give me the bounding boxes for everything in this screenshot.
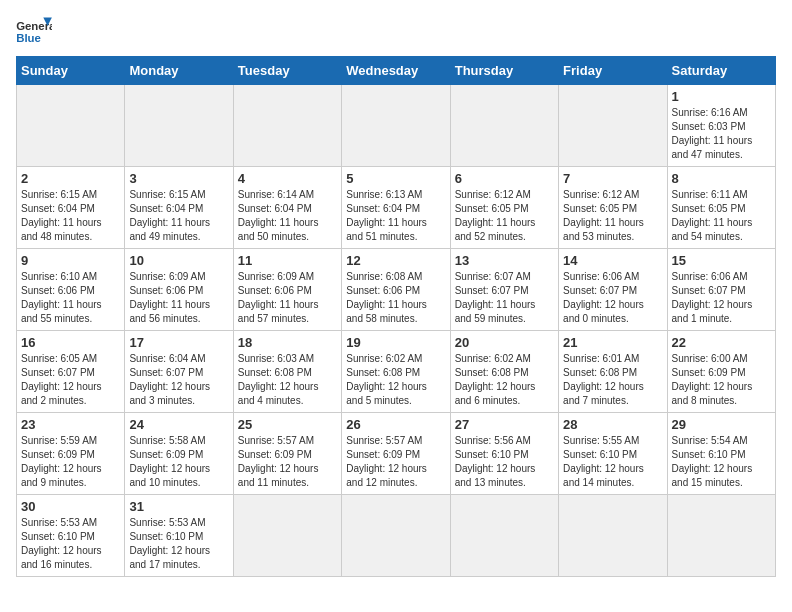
week-row-4: 16Sunrise: 6:05 AM Sunset: 6:07 PM Dayli… bbox=[17, 331, 776, 413]
svg-text:Blue: Blue bbox=[16, 32, 41, 44]
calendar-cell bbox=[559, 85, 667, 167]
day-number: 20 bbox=[455, 335, 554, 350]
day-info: Sunrise: 6:14 AM Sunset: 6:04 PM Dayligh… bbox=[238, 188, 337, 244]
week-row-3: 9Sunrise: 6:10 AM Sunset: 6:06 PM Daylig… bbox=[17, 249, 776, 331]
day-info: Sunrise: 6:12 AM Sunset: 6:05 PM Dayligh… bbox=[563, 188, 662, 244]
calendar-cell: 8Sunrise: 6:11 AM Sunset: 6:05 PM Daylig… bbox=[667, 167, 775, 249]
calendar-cell: 3Sunrise: 6:15 AM Sunset: 6:04 PM Daylig… bbox=[125, 167, 233, 249]
day-info: Sunrise: 6:15 AM Sunset: 6:04 PM Dayligh… bbox=[21, 188, 120, 244]
calendar-cell bbox=[17, 85, 125, 167]
day-info: Sunrise: 6:09 AM Sunset: 6:06 PM Dayligh… bbox=[238, 270, 337, 326]
day-number: 25 bbox=[238, 417, 337, 432]
day-number: 7 bbox=[563, 171, 662, 186]
day-number: 26 bbox=[346, 417, 445, 432]
day-info: Sunrise: 6:16 AM Sunset: 6:03 PM Dayligh… bbox=[672, 106, 771, 162]
days-of-week-row: SundayMondayTuesdayWednesdayThursdayFrid… bbox=[17, 57, 776, 85]
day-info: Sunrise: 6:06 AM Sunset: 6:07 PM Dayligh… bbox=[563, 270, 662, 326]
calendar-cell: 4Sunrise: 6:14 AM Sunset: 6:04 PM Daylig… bbox=[233, 167, 341, 249]
day-number: 3 bbox=[129, 171, 228, 186]
calendar-cell bbox=[233, 85, 341, 167]
calendar-cell: 28Sunrise: 5:55 AM Sunset: 6:10 PM Dayli… bbox=[559, 413, 667, 495]
day-number: 31 bbox=[129, 499, 228, 514]
week-row-2: 2Sunrise: 6:15 AM Sunset: 6:04 PM Daylig… bbox=[17, 167, 776, 249]
day-number: 8 bbox=[672, 171, 771, 186]
day-number: 2 bbox=[21, 171, 120, 186]
day-number: 23 bbox=[21, 417, 120, 432]
dow-header-friday: Friday bbox=[559, 57, 667, 85]
calendar-cell: 11Sunrise: 6:09 AM Sunset: 6:06 PM Dayli… bbox=[233, 249, 341, 331]
day-number: 21 bbox=[563, 335, 662, 350]
day-info: Sunrise: 5:55 AM Sunset: 6:10 PM Dayligh… bbox=[563, 434, 662, 490]
calendar-cell: 15Sunrise: 6:06 AM Sunset: 6:07 PM Dayli… bbox=[667, 249, 775, 331]
calendar-cell: 13Sunrise: 6:07 AM Sunset: 6:07 PM Dayli… bbox=[450, 249, 558, 331]
day-number: 29 bbox=[672, 417, 771, 432]
dow-header-monday: Monday bbox=[125, 57, 233, 85]
day-number: 18 bbox=[238, 335, 337, 350]
day-number: 17 bbox=[129, 335, 228, 350]
calendar-cell: 25Sunrise: 5:57 AM Sunset: 6:09 PM Dayli… bbox=[233, 413, 341, 495]
day-info: Sunrise: 5:57 AM Sunset: 6:09 PM Dayligh… bbox=[238, 434, 337, 490]
calendar-cell: 31Sunrise: 5:53 AM Sunset: 6:10 PM Dayli… bbox=[125, 495, 233, 577]
day-number: 5 bbox=[346, 171, 445, 186]
calendar-cell: 26Sunrise: 5:57 AM Sunset: 6:09 PM Dayli… bbox=[342, 413, 450, 495]
day-info: Sunrise: 5:56 AM Sunset: 6:10 PM Dayligh… bbox=[455, 434, 554, 490]
calendar-cell: 20Sunrise: 6:02 AM Sunset: 6:08 PM Dayli… bbox=[450, 331, 558, 413]
day-info: Sunrise: 6:06 AM Sunset: 6:07 PM Dayligh… bbox=[672, 270, 771, 326]
day-number: 10 bbox=[129, 253, 228, 268]
day-number: 27 bbox=[455, 417, 554, 432]
day-number: 14 bbox=[563, 253, 662, 268]
day-info: Sunrise: 6:05 AM Sunset: 6:07 PM Dayligh… bbox=[21, 352, 120, 408]
calendar-cell: 23Sunrise: 5:59 AM Sunset: 6:09 PM Dayli… bbox=[17, 413, 125, 495]
calendar: SundayMondayTuesdayWednesdayThursdayFrid… bbox=[16, 56, 776, 577]
day-info: Sunrise: 6:10 AM Sunset: 6:06 PM Dayligh… bbox=[21, 270, 120, 326]
calendar-cell: 17Sunrise: 6:04 AM Sunset: 6:07 PM Dayli… bbox=[125, 331, 233, 413]
day-info: Sunrise: 6:13 AM Sunset: 6:04 PM Dayligh… bbox=[346, 188, 445, 244]
day-info: Sunrise: 5:53 AM Sunset: 6:10 PM Dayligh… bbox=[129, 516, 228, 572]
calendar-cell: 6Sunrise: 6:12 AM Sunset: 6:05 PM Daylig… bbox=[450, 167, 558, 249]
day-number: 19 bbox=[346, 335, 445, 350]
day-info: Sunrise: 6:12 AM Sunset: 6:05 PM Dayligh… bbox=[455, 188, 554, 244]
calendar-cell: 19Sunrise: 6:02 AM Sunset: 6:08 PM Dayli… bbox=[342, 331, 450, 413]
day-number: 16 bbox=[21, 335, 120, 350]
dow-header-thursday: Thursday bbox=[450, 57, 558, 85]
dow-header-sunday: Sunday bbox=[17, 57, 125, 85]
calendar-cell: 24Sunrise: 5:58 AM Sunset: 6:09 PM Dayli… bbox=[125, 413, 233, 495]
day-number: 30 bbox=[21, 499, 120, 514]
day-info: Sunrise: 5:57 AM Sunset: 6:09 PM Dayligh… bbox=[346, 434, 445, 490]
day-number: 22 bbox=[672, 335, 771, 350]
calendar-cell bbox=[342, 495, 450, 577]
calendar-cell: 27Sunrise: 5:56 AM Sunset: 6:10 PM Dayli… bbox=[450, 413, 558, 495]
calendar-cell: 5Sunrise: 6:13 AM Sunset: 6:04 PM Daylig… bbox=[342, 167, 450, 249]
calendar-cell: 21Sunrise: 6:01 AM Sunset: 6:08 PM Dayli… bbox=[559, 331, 667, 413]
calendar-cell: 22Sunrise: 6:00 AM Sunset: 6:09 PM Dayli… bbox=[667, 331, 775, 413]
day-info: Sunrise: 5:54 AM Sunset: 6:10 PM Dayligh… bbox=[672, 434, 771, 490]
calendar-cell: 1Sunrise: 6:16 AM Sunset: 6:03 PM Daylig… bbox=[667, 85, 775, 167]
day-number: 13 bbox=[455, 253, 554, 268]
day-info: Sunrise: 6:02 AM Sunset: 6:08 PM Dayligh… bbox=[455, 352, 554, 408]
calendar-cell: 10Sunrise: 6:09 AM Sunset: 6:06 PM Dayli… bbox=[125, 249, 233, 331]
calendar-cell bbox=[450, 85, 558, 167]
day-number: 4 bbox=[238, 171, 337, 186]
day-info: Sunrise: 6:04 AM Sunset: 6:07 PM Dayligh… bbox=[129, 352, 228, 408]
logo-icon: General Blue bbox=[16, 16, 52, 46]
dow-header-tuesday: Tuesday bbox=[233, 57, 341, 85]
day-info: Sunrise: 6:02 AM Sunset: 6:08 PM Dayligh… bbox=[346, 352, 445, 408]
calendar-cell: 29Sunrise: 5:54 AM Sunset: 6:10 PM Dayli… bbox=[667, 413, 775, 495]
day-info: Sunrise: 6:15 AM Sunset: 6:04 PM Dayligh… bbox=[129, 188, 228, 244]
day-number: 15 bbox=[672, 253, 771, 268]
calendar-cell bbox=[559, 495, 667, 577]
day-info: Sunrise: 6:01 AM Sunset: 6:08 PM Dayligh… bbox=[563, 352, 662, 408]
day-info: Sunrise: 6:00 AM Sunset: 6:09 PM Dayligh… bbox=[672, 352, 771, 408]
day-number: 6 bbox=[455, 171, 554, 186]
dow-header-saturday: Saturday bbox=[667, 57, 775, 85]
calendar-cell: 9Sunrise: 6:10 AM Sunset: 6:06 PM Daylig… bbox=[17, 249, 125, 331]
day-number: 9 bbox=[21, 253, 120, 268]
day-info: Sunrise: 5:58 AM Sunset: 6:09 PM Dayligh… bbox=[129, 434, 228, 490]
calendar-cell: 7Sunrise: 6:12 AM Sunset: 6:05 PM Daylig… bbox=[559, 167, 667, 249]
calendar-cell: 18Sunrise: 6:03 AM Sunset: 6:08 PM Dayli… bbox=[233, 331, 341, 413]
week-row-5: 23Sunrise: 5:59 AM Sunset: 6:09 PM Dayli… bbox=[17, 413, 776, 495]
week-row-6: 30Sunrise: 5:53 AM Sunset: 6:10 PM Dayli… bbox=[17, 495, 776, 577]
day-info: Sunrise: 6:11 AM Sunset: 6:05 PM Dayligh… bbox=[672, 188, 771, 244]
calendar-cell: 16Sunrise: 6:05 AM Sunset: 6:07 PM Dayli… bbox=[17, 331, 125, 413]
logo: General Blue bbox=[16, 16, 52, 46]
